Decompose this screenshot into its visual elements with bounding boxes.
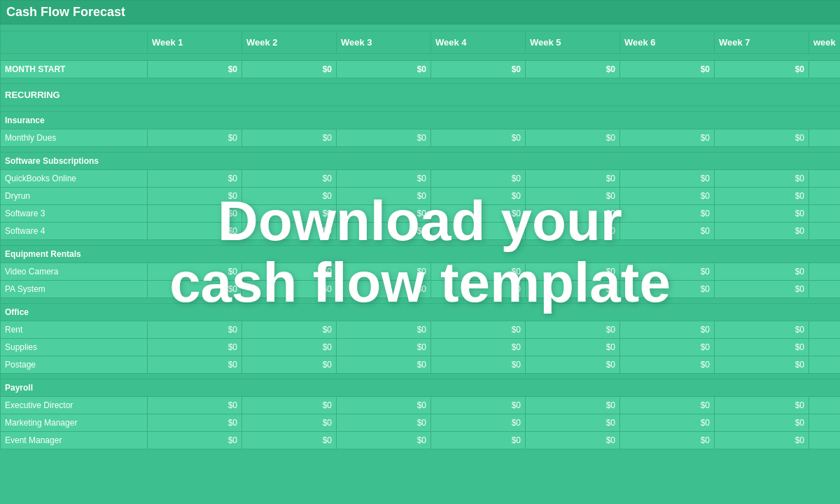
spreadsheet-container: Cash Flow Forecast Week 1 Week 2 Week 3 … bbox=[0, 0, 840, 504]
spacer-row bbox=[1, 54, 841, 61]
week2-header: Week 2 bbox=[242, 31, 337, 54]
empty-row-5 bbox=[1, 298, 841, 304]
supplies-label: Supplies bbox=[1, 339, 148, 356]
video-camera-label: Video Camera bbox=[1, 263, 148, 281]
month-start-w8 bbox=[809, 61, 841, 78]
pa-system-row: PA System $0 $0 $0 $0 $0 $0 $0 bbox=[1, 281, 841, 298]
monthly-dues-w8 bbox=[809, 130, 841, 147]
equipment-label: Equipment Rentals bbox=[1, 246, 841, 263]
month-start-w3: $0 bbox=[337, 61, 431, 78]
monthly-dues-row: Monthly Dues $0 $0 $0 $0 $0 $0 $0 bbox=[1, 130, 841, 147]
week6-header: Week 6 bbox=[620, 31, 715, 54]
empty-row-3 bbox=[1, 147, 841, 153]
event-manager-row: Event Manager $0 $0 $0 $0 $0 $0 $0 bbox=[1, 432, 841, 449]
empty-row-1 bbox=[1, 78, 841, 84]
month-start-row: MONTH START $0 $0 $0 $0 $0 $0 $0 bbox=[1, 61, 841, 78]
recurring-header-row: RECURRING bbox=[1, 84, 841, 106]
monthly-dues-w1: $0 bbox=[148, 130, 242, 147]
dryrun-row: Dryrun $0 $0 $0 $0 $0 $0 $0 bbox=[1, 188, 841, 205]
monthly-dues-w3: $0 bbox=[337, 130, 431, 147]
column-header-row: Week 1 Week 2 Week 3 Week 4 Week 5 Week … bbox=[1, 31, 841, 54]
equipment-category-row: Equipment Rentals bbox=[1, 246, 841, 263]
video-camera-row: Video Camera $0 $0 $0 $0 $0 $0 $0 bbox=[1, 263, 841, 281]
software4-row: Software 4 $0 $0 $0 $0 $0 $0 $0 bbox=[1, 223, 841, 240]
software-subs-label: Software Subscriptions bbox=[1, 153, 841, 170]
title-row: Cash Flow Forecast bbox=[1, 1, 841, 24]
payroll-category-row: Payroll bbox=[1, 379, 841, 397]
monthly-dues-label: Monthly Dues bbox=[1, 130, 148, 147]
week7-header: Week 7 bbox=[715, 31, 809, 54]
exec-director-row: Executive Director $0 $0 $0 $0 $0 $0 $0 bbox=[1, 397, 841, 414]
supplies-row: Supplies $0 $0 $0 $0 $0 $0 $0 bbox=[1, 339, 841, 356]
rent-row: Rent $0 $0 $0 $0 $0 $0 $0 bbox=[1, 321, 841, 339]
week8-header: week bbox=[809, 31, 841, 54]
event-manager-label: Event Manager bbox=[1, 432, 148, 449]
office-label: Office bbox=[1, 304, 841, 321]
week1-header: Week 1 bbox=[148, 31, 242, 54]
label-col-header bbox=[1, 31, 148, 54]
office-category-row: Office bbox=[1, 304, 841, 321]
quickbooks-row: QuickBooks Online $0 $0 $0 $0 $0 $0 $0 bbox=[1, 170, 841, 188]
month-start-w6: $0 bbox=[620, 61, 715, 78]
postage-row: Postage $0 $0 $0 $0 $0 $0 $0 bbox=[1, 356, 841, 374]
exec-director-label: Executive Director bbox=[1, 397, 148, 414]
recurring-label: RECURRING bbox=[1, 84, 841, 106]
software-subs-category-row: Software Subscriptions bbox=[1, 153, 841, 170]
software3-row: Software 3 $0 $0 $0 $0 $0 $0 $0 bbox=[1, 205, 841, 223]
pa-system-label: PA System bbox=[1, 281, 148, 298]
quickbooks-label: QuickBooks Online bbox=[1, 170, 148, 188]
empty-row-6 bbox=[1, 374, 841, 379]
week3-header: Week 3 bbox=[337, 31, 431, 54]
spreadsheet-title: Cash Flow Forecast bbox=[1, 1, 841, 24]
month-start-w7: $0 bbox=[715, 61, 809, 78]
month-start-w5: $0 bbox=[526, 61, 620, 78]
empty-row-2 bbox=[1, 106, 841, 112]
insurance-label: Insurance bbox=[1, 112, 841, 130]
monthly-dues-w7: $0 bbox=[715, 130, 809, 147]
software4-label: Software 4 bbox=[1, 223, 148, 240]
marketing-manager-row: Marketing Manager $0 $0 $0 $0 $0 $0 $0 bbox=[1, 414, 841, 432]
monthly-dues-w6: $0 bbox=[620, 130, 715, 147]
month-start-label: MONTH START bbox=[1, 61, 148, 78]
week4-header: Week 4 bbox=[431, 31, 526, 54]
monthly-dues-w5: $0 bbox=[526, 130, 620, 147]
postage-label: Postage bbox=[1, 356, 148, 374]
month-start-w2: $0 bbox=[242, 61, 337, 78]
insurance-category-row: Insurance bbox=[1, 112, 841, 130]
rent-label: Rent bbox=[1, 321, 148, 339]
monthly-dues-w2: $0 bbox=[242, 130, 337, 147]
month-start-w1: $0 bbox=[148, 61, 242, 78]
empty-row-4 bbox=[1, 240, 841, 246]
week5-header: Week 5 bbox=[526, 31, 620, 54]
monthly-dues-w4: $0 bbox=[431, 130, 526, 147]
payroll-label: Payroll bbox=[1, 379, 841, 397]
software3-label: Software 3 bbox=[1, 205, 148, 223]
header-spacer bbox=[1, 24, 841, 31]
month-start-w4: $0 bbox=[431, 61, 526, 78]
marketing-manager-label: Marketing Manager bbox=[1, 414, 148, 432]
dryrun-label: Dryrun bbox=[1, 188, 148, 205]
